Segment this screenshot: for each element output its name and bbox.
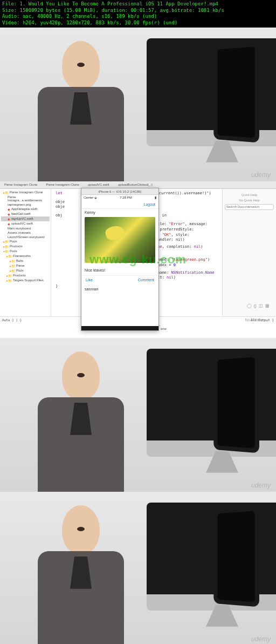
simulator-titlebar[interactable]: iPhone 6 — iOS 10.2 (14C89) bbox=[81, 188, 158, 195]
instructor-figure bbox=[32, 351, 129, 492]
xcode-screenshot-frame: Parse Instagram Clone Parse Instagram Cl… bbox=[0, 181, 276, 338]
like-button[interactable]: Like bbox=[86, 278, 93, 282]
object-lib-icon[interactable]: {} bbox=[254, 303, 257, 308]
media-info-overlay: File: 1. Would You Like To Become A Prof… bbox=[0, 0, 276, 28]
nav-file[interactable]: ◆feedCell.swift bbox=[1, 212, 50, 216]
nav-folder[interactable]: ▾📁Pods bbox=[1, 249, 50, 254]
nav-folder[interactable]: ▸📁Targets Support Files bbox=[1, 278, 50, 283]
object-lib-icon[interactable]: ▦ bbox=[265, 303, 270, 308]
tab-bar[interactable] bbox=[81, 326, 158, 330]
nav-file[interactable]: LaunchScreen.storyboard bbox=[1, 235, 50, 239]
post-username-2: sarıman bbox=[81, 284, 158, 294]
object-lib-icon[interactable]: ◫ bbox=[259, 303, 263, 308]
media-file-line: File: 1. Would You Like To Become A Prof… bbox=[2, 1, 274, 8]
nav-file[interactable]: ◆AppDelegate.swift bbox=[1, 207, 50, 212]
nav-folder[interactable]: ▸📁Frameworks bbox=[1, 254, 50, 259]
battery-icon: ▮ bbox=[155, 195, 156, 199]
breadcrumb-item[interactable]: uploadButtonClicked(_:) bbox=[116, 183, 155, 186]
clock-label: 7:28 PM bbox=[120, 196, 132, 199]
video-frame-3: udemy bbox=[0, 338, 276, 492]
xcode-inspector-panel[interactable]: Quick Help No Quick Help ◯ {} ◫ ▦ bbox=[222, 189, 276, 316]
nav-file[interactable]: Main.storyboard bbox=[1, 226, 50, 231]
folder-icon: ▸📁 bbox=[6, 274, 12, 277]
folder-icon: ▸📁 bbox=[3, 191, 9, 194]
media-size-line: Size: 15808920 bytes (15.08 MiB), durati… bbox=[2, 8, 274, 14]
status-bar: Carrier ⬙ 7:28 PM ▮ bbox=[81, 195, 158, 200]
nav-folder[interactable]: ▸📁Parse bbox=[1, 263, 50, 268]
post-username: Kenny bbox=[81, 209, 158, 216]
doc-search-input[interactable] bbox=[225, 204, 274, 210]
video-frame-1: udemy bbox=[0, 28, 276, 181]
instructor-figure bbox=[32, 41, 129, 181]
media-audio-line: Audio: aac, 48000 Hz, 2 channels, s16, 1… bbox=[2, 13, 274, 20]
debug-auto-label: Auto ◊ | ◊ bbox=[2, 318, 22, 322]
nav-file[interactable]: Parse Instagra...e.entitlements bbox=[1, 195, 50, 202]
object-lib-icon[interactable]: ◯ bbox=[247, 303, 252, 308]
folder-icon: ▸📁 bbox=[3, 240, 9, 243]
swift-icon: ◆ bbox=[8, 207, 10, 211]
iphone-prop bbox=[213, 506, 259, 607]
folder-icon: ▾📁 bbox=[3, 249, 9, 253]
nav-file-selected[interactable]: ◆signUpVC.swift bbox=[1, 216, 50, 221]
breadcrumb-item[interactable]: uploadVC.swift bbox=[86, 183, 112, 186]
folder-icon: ▸📁 bbox=[3, 245, 9, 248]
breadcrumb-item[interactable]: Parse Instagram Clone bbox=[2, 183, 39, 186]
swift-icon: ◆ bbox=[8, 212, 10, 216]
iphone-prop bbox=[213, 42, 259, 143]
post-image[interactable] bbox=[85, 217, 155, 263]
carrier-label: Carrier ⬙ bbox=[84, 195, 97, 199]
udemy-watermark: udemy bbox=[251, 482, 271, 489]
udemy-watermark: udemy bbox=[251, 171, 271, 179]
no-matches-label: No Matches bbox=[245, 318, 265, 322]
folder-icon: ▸📁 bbox=[10, 269, 15, 273]
nav-file[interactable]: tapmegreen.png bbox=[1, 202, 50, 207]
nav-project-root[interactable]: ▸📁Parse Instagram Clone bbox=[1, 190, 50, 195]
swift-icon: ◆ bbox=[8, 222, 10, 226]
app-nav-bar: Logout bbox=[81, 200, 158, 209]
folder-icon: ▸📁 bbox=[10, 264, 15, 268]
post-caption: Nice leaves! bbox=[81, 265, 158, 276]
quick-help-title: Quick Help bbox=[225, 193, 274, 196]
logout-button[interactable]: Logout bbox=[144, 202, 155, 206]
video-frame-4: udemy bbox=[0, 492, 276, 644]
iphone-prop bbox=[213, 352, 259, 453]
nav-folder[interactable]: ▸📁Pods bbox=[1, 268, 50, 273]
nav-file[interactable]: ◆uploadVC.swift bbox=[1, 221, 50, 226]
folder-icon: ▸📁 bbox=[10, 259, 15, 263]
swift-icon: ◆ bbox=[8, 217, 10, 221]
nav-folder[interactable]: ▸📁Products bbox=[1, 244, 50, 249]
udemy-watermark: udemy bbox=[251, 635, 271, 643]
instructor-figure bbox=[32, 505, 129, 644]
breadcrumb-item[interactable]: Parse Instagram Clone bbox=[44, 183, 81, 186]
comment-button[interactable]: Comment bbox=[138, 278, 154, 282]
media-video-line: Video: h264, yuv420p, 1280x720, 883 kb/s… bbox=[2, 20, 274, 26]
nav-folder[interactable]: ▸📁Products bbox=[1, 273, 50, 278]
quick-help-empty: No Quick Help bbox=[225, 199, 274, 202]
folder-icon: ▸📁 bbox=[6, 254, 12, 258]
nav-file[interactable]: Assets.xcassets bbox=[1, 231, 50, 235]
folder-icon: ▸📁 bbox=[6, 279, 12, 282]
nav-folder[interactable]: ▸📁Pods bbox=[1, 239, 50, 244]
nav-folder[interactable]: ▸📁Bolts bbox=[1, 259, 50, 263]
xcode-project-navigator[interactable]: ▸📁Parse Instagram Clone Parse Instagra..… bbox=[0, 189, 51, 316]
ios-simulator-window[interactable]: iPhone 6 — iOS 10.2 (14C89) Carrier ⬙ 7:… bbox=[81, 188, 159, 331]
